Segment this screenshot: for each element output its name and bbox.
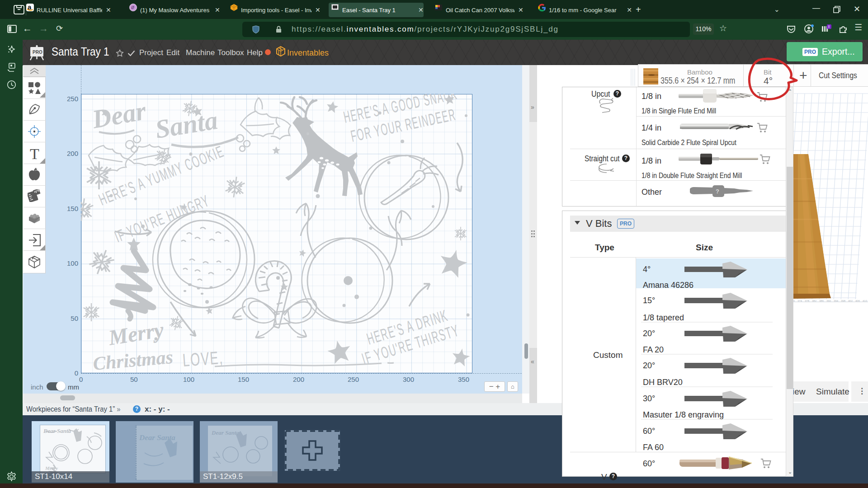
svg-text:FA 60: FA 60: [643, 443, 664, 452]
svg-text:Masuter 1/8 engraving: Masuter 1/8 engraving: [643, 410, 724, 419]
svg-text:Christmas: Christmas: [92, 347, 174, 373]
svg-text:30°: 30°: [643, 394, 655, 403]
svg-text:20°: 20°: [643, 329, 655, 338]
svg-text:60°: 60°: [643, 459, 655, 468]
svg-text:DH BRV20: DH BRV20: [643, 378, 683, 387]
svg-text:Dear Santa: Dear Santa: [211, 429, 240, 436]
svg-text:Dear: Dear: [90, 96, 148, 134]
svg-text:60°: 60°: [643, 427, 655, 436]
svg-text:Amana 46286: Amana 46286: [643, 281, 693, 290]
svg-text:FA 20: FA 20: [643, 345, 664, 354]
svg-text:20°: 20°: [643, 361, 655, 370]
svg-text:?: ?: [716, 188, 719, 195]
svg-text:Merry: Merry: [106, 317, 165, 350]
svg-text:!: !: [828, 24, 830, 29]
svg-text:1/8 tapered: 1/8 tapered: [643, 313, 684, 322]
svg-text:15°: 15°: [643, 296, 655, 305]
svg-text:4°: 4°: [643, 265, 651, 274]
svg-text:PRO: PRO: [33, 50, 42, 55]
svg-text:Dear Santa: Dear Santa: [43, 427, 71, 434]
